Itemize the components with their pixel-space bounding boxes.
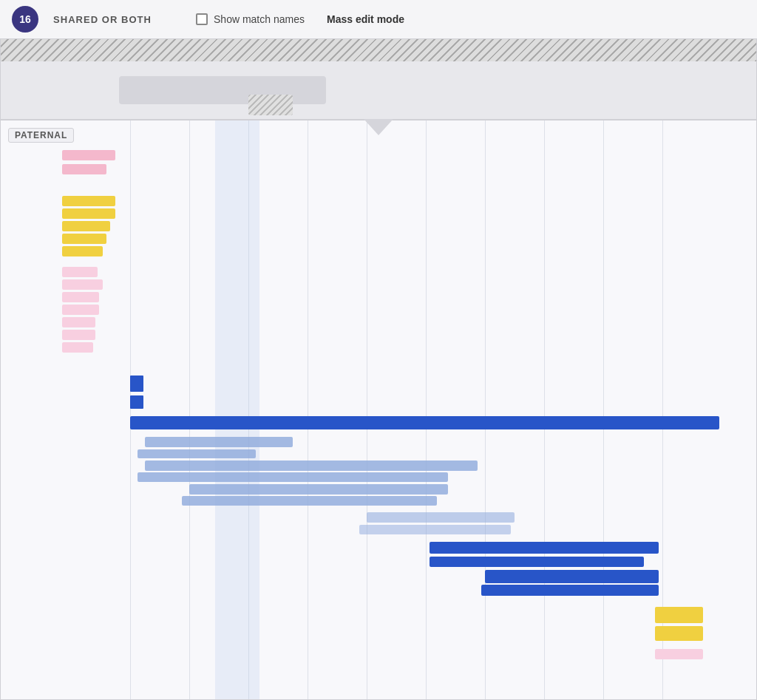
show-match-names-checkbox[interactable] [196, 13, 208, 25]
section-label: SHARED OR BOTH [53, 14, 152, 25]
paternal-section: PATERNAL [0, 120, 757, 700]
grid-line [367, 120, 367, 699]
bar-light-pink-2[interactable] [62, 279, 103, 290]
hatch-bar-top [1, 39, 756, 61]
grid-line [544, 120, 545, 699]
bar-light-pink-5[interactable] [62, 317, 95, 327]
light-blue-bar-2[interactable] [145, 461, 478, 471]
light-blue-bar-3[interactable] [189, 484, 448, 495]
bar-yellow-5[interactable] [62, 246, 103, 256]
chromosome-inner [119, 76, 326, 104]
grid-line [189, 120, 190, 699]
yellow-small-2[interactable] [655, 626, 703, 641]
grid-line [603, 120, 604, 699]
grid-line [130, 120, 131, 699]
bar-light-pink-4[interactable] [62, 305, 99, 315]
grid-line [308, 120, 308, 699]
pointer-down [364, 119, 393, 135]
bar-pink-1[interactable] [62, 150, 115, 160]
bold-blue-bar-right-1[interactable] [430, 542, 659, 554]
main-blue-bar[interactable] [130, 416, 719, 429]
bold-blue-bar-right-2b[interactable] [481, 585, 659, 596]
bar-light-pink-6[interactable] [62, 330, 95, 340]
main-container: 16 SHARED OR BOTH Show match names Mass … [0, 0, 757, 700]
light-blue-bar-1[interactable] [145, 437, 293, 447]
bold-blue-bar-right-1b[interactable] [430, 557, 644, 567]
bar-light-pink-7[interactable] [62, 342, 93, 353]
bar-pink-2[interactable] [62, 164, 106, 174]
grid-line [485, 120, 486, 699]
light-blue-bar-4[interactable] [367, 512, 515, 523]
pink-small-bottom[interactable] [655, 649, 703, 659]
show-match-names-label: Show match names [214, 13, 305, 25]
chromosome-body [1, 61, 756, 119]
light-blue-bar-2b[interactable] [138, 472, 448, 482]
top-chromosome-strip [0, 38, 757, 120]
bold-blue-bar-right-2[interactable] [485, 570, 659, 583]
light-blue-bar-1b[interactable] [138, 449, 256, 458]
chromosome-area: PATERNAL [0, 38, 757, 700]
bar-yellow-3[interactable] [62, 221, 110, 231]
light-blue-bar-4b[interactable] [359, 525, 511, 534]
blue-square-2[interactable] [130, 395, 143, 409]
top-bar: 16 SHARED OR BOTH Show match names Mass … [0, 0, 757, 38]
light-blue-bar-3b[interactable] [182, 496, 437, 506]
highlight-column [215, 120, 259, 699]
bar-yellow-1[interactable] [62, 196, 115, 206]
bar-yellow-4[interactable] [62, 234, 106, 244]
chromosome-hatch-small [248, 95, 293, 115]
yellow-small-1[interactable] [655, 607, 703, 623]
blue-square-1[interactable] [130, 376, 143, 392]
bar-light-pink-3[interactable] [62, 292, 99, 302]
chromosome-badge: 16 [12, 6, 38, 33]
mass-edit-label: Mass edit mode [327, 13, 404, 25]
grid-line [426, 120, 427, 699]
bar-yellow-2[interactable] [62, 208, 115, 219]
paternal-label: PATERNAL [8, 128, 74, 143]
bar-light-pink-1[interactable] [62, 267, 98, 277]
show-match-names-control[interactable]: Show match names [196, 13, 305, 25]
